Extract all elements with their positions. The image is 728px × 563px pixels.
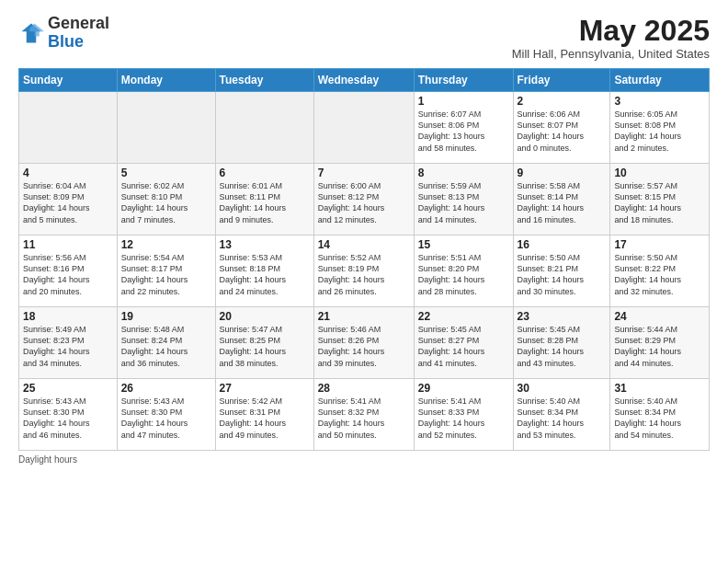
day-number: 18 bbox=[23, 310, 113, 323]
calendar-cell: 16Sunrise: 5:50 AM Sunset: 8:21 PM Dayli… bbox=[513, 236, 610, 307]
logo-icon bbox=[18, 20, 44, 46]
title-block: May 2025 Mill Hall, Pennsylvania, United… bbox=[512, 15, 710, 61]
day-info: Sunrise: 5:59 AM Sunset: 8:13 PM Dayligh… bbox=[418, 180, 509, 225]
day-info: Sunrise: 6:02 AM Sunset: 8:10 PM Dayligh… bbox=[121, 180, 211, 225]
day-info: Sunrise: 5:45 AM Sunset: 8:27 PM Dayligh… bbox=[418, 324, 509, 369]
calendar: SundayMondayTuesdayWednesdayThursdayFrid… bbox=[18, 68, 710, 451]
week-row-3: 18Sunrise: 5:49 AM Sunset: 8:23 PM Dayli… bbox=[19, 307, 710, 379]
calendar-cell: 15Sunrise: 5:51 AM Sunset: 8:20 PM Dayli… bbox=[414, 236, 513, 307]
calendar-cell: 29Sunrise: 5:41 AM Sunset: 8:33 PM Dayli… bbox=[414, 379, 513, 451]
day-info: Sunrise: 5:41 AM Sunset: 8:32 PM Dayligh… bbox=[318, 396, 410, 441]
day-number: 3 bbox=[614, 95, 705, 108]
weekday-header-row: SundayMondayTuesdayWednesdayThursdayFrid… bbox=[19, 69, 710, 92]
day-number: 29 bbox=[418, 382, 509, 395]
day-info: Sunrise: 6:05 AM Sunset: 8:08 PM Dayligh… bbox=[614, 109, 705, 154]
day-number: 21 bbox=[318, 310, 410, 323]
calendar-cell: 13Sunrise: 5:53 AM Sunset: 8:18 PM Dayli… bbox=[215, 236, 313, 307]
calendar-cell: 12Sunrise: 5:54 AM Sunset: 8:17 PM Dayli… bbox=[117, 236, 215, 307]
logo: General Blue bbox=[18, 15, 109, 52]
calendar-cell: 11Sunrise: 5:56 AM Sunset: 8:16 PM Dayli… bbox=[19, 236, 118, 307]
day-number: 30 bbox=[518, 382, 607, 395]
weekday-header-friday: Friday bbox=[513, 69, 610, 92]
header: General Blue May 2025 Mill Hall, Pennsyl… bbox=[18, 15, 710, 61]
day-number: 15 bbox=[418, 238, 509, 251]
day-number: 5 bbox=[121, 167, 211, 179]
day-info: Sunrise: 5:50 AM Sunset: 8:21 PM Dayligh… bbox=[518, 252, 607, 297]
day-number: 16 bbox=[518, 238, 607, 251]
calendar-cell: 1Sunrise: 6:07 AM Sunset: 8:06 PM Daylig… bbox=[414, 92, 513, 164]
month-title: May 2025 bbox=[512, 15, 710, 47]
day-number: 20 bbox=[220, 310, 310, 323]
calendar-cell bbox=[117, 92, 215, 164]
day-info: Sunrise: 5:50 AM Sunset: 8:22 PM Dayligh… bbox=[614, 252, 705, 297]
location: Mill Hall, Pennsylvania, United States bbox=[512, 47, 710, 61]
calendar-cell: 3Sunrise: 6:05 AM Sunset: 8:08 PM Daylig… bbox=[610, 92, 710, 164]
day-info: Sunrise: 6:00 AM Sunset: 8:12 PM Dayligh… bbox=[318, 180, 410, 225]
weekday-header-monday: Monday bbox=[117, 69, 215, 92]
day-number: 6 bbox=[220, 167, 310, 179]
day-info: Sunrise: 6:06 AM Sunset: 8:07 PM Dayligh… bbox=[518, 109, 607, 154]
day-info: Sunrise: 5:46 AM Sunset: 8:26 PM Dayligh… bbox=[318, 324, 410, 369]
day-info: Sunrise: 5:41 AM Sunset: 8:33 PM Dayligh… bbox=[418, 396, 509, 441]
day-info: Sunrise: 5:40 AM Sunset: 8:34 PM Dayligh… bbox=[614, 396, 705, 441]
day-info: Sunrise: 5:45 AM Sunset: 8:28 PM Dayligh… bbox=[518, 324, 607, 369]
day-info: Sunrise: 5:58 AM Sunset: 8:14 PM Dayligh… bbox=[518, 180, 607, 225]
day-number: 9 bbox=[518, 167, 607, 179]
calendar-cell: 14Sunrise: 5:52 AM Sunset: 8:19 PM Dayli… bbox=[313, 236, 414, 307]
logo-text: General Blue bbox=[48, 15, 109, 52]
day-number: 10 bbox=[614, 167, 705, 179]
day-number: 7 bbox=[318, 167, 410, 179]
weekday-header-tuesday: Tuesday bbox=[215, 69, 313, 92]
day-number: 17 bbox=[614, 238, 705, 251]
calendar-cell: 7Sunrise: 6:00 AM Sunset: 8:12 PM Daylig… bbox=[313, 164, 414, 236]
day-number: 31 bbox=[614, 382, 705, 395]
day-info: Sunrise: 6:04 AM Sunset: 8:09 PM Dayligh… bbox=[23, 180, 113, 225]
day-info: Sunrise: 5:48 AM Sunset: 8:24 PM Dayligh… bbox=[121, 324, 211, 369]
calendar-cell: 19Sunrise: 5:48 AM Sunset: 8:24 PM Dayli… bbox=[117, 307, 215, 379]
calendar-cell: 18Sunrise: 5:49 AM Sunset: 8:23 PM Dayli… bbox=[19, 307, 118, 379]
calendar-cell: 23Sunrise: 5:45 AM Sunset: 8:28 PM Dayli… bbox=[513, 307, 610, 379]
week-row-2: 11Sunrise: 5:56 AM Sunset: 8:16 PM Dayli… bbox=[19, 236, 710, 307]
day-info: Sunrise: 5:43 AM Sunset: 8:30 PM Dayligh… bbox=[23, 396, 113, 441]
calendar-cell: 8Sunrise: 5:59 AM Sunset: 8:13 PM Daylig… bbox=[414, 164, 513, 236]
logo-blue-text: Blue bbox=[48, 32, 84, 51]
calendar-cell: 20Sunrise: 5:47 AM Sunset: 8:25 PM Dayli… bbox=[215, 307, 313, 379]
day-info: Sunrise: 5:52 AM Sunset: 8:19 PM Dayligh… bbox=[318, 252, 410, 297]
calendar-cell: 31Sunrise: 5:40 AM Sunset: 8:34 PM Dayli… bbox=[610, 379, 710, 451]
calendar-cell: 28Sunrise: 5:41 AM Sunset: 8:32 PM Dayli… bbox=[313, 379, 414, 451]
weekday-header-thursday: Thursday bbox=[414, 69, 513, 92]
logo-general-text: General bbox=[48, 14, 109, 32]
week-row-1: 4Sunrise: 6:04 AM Sunset: 8:09 PM Daylig… bbox=[19, 164, 710, 236]
day-number: 23 bbox=[518, 310, 607, 323]
day-info: Sunrise: 5:57 AM Sunset: 8:15 PM Dayligh… bbox=[614, 180, 705, 225]
day-info: Sunrise: 5:53 AM Sunset: 8:18 PM Dayligh… bbox=[220, 252, 310, 297]
week-row-4: 25Sunrise: 5:43 AM Sunset: 8:30 PM Dayli… bbox=[19, 379, 710, 451]
calendar-cell: 26Sunrise: 5:43 AM Sunset: 8:30 PM Dayli… bbox=[117, 379, 215, 451]
day-number: 11 bbox=[23, 238, 113, 251]
day-number: 24 bbox=[614, 310, 705, 323]
day-number: 14 bbox=[318, 238, 410, 251]
day-number: 1 bbox=[418, 95, 509, 108]
week-row-0: 1Sunrise: 6:07 AM Sunset: 8:06 PM Daylig… bbox=[19, 92, 710, 164]
calendar-cell: 2Sunrise: 6:06 AM Sunset: 8:07 PM Daylig… bbox=[513, 92, 610, 164]
calendar-cell: 30Sunrise: 5:40 AM Sunset: 8:34 PM Dayli… bbox=[513, 379, 610, 451]
calendar-cell: 21Sunrise: 5:46 AM Sunset: 8:26 PM Dayli… bbox=[313, 307, 414, 379]
day-number: 12 bbox=[121, 238, 211, 251]
footer-note: Daylight hours bbox=[18, 454, 710, 465]
day-number: 27 bbox=[220, 382, 310, 395]
day-number: 2 bbox=[518, 95, 607, 108]
calendar-cell bbox=[313, 92, 414, 164]
calendar-cell: 6Sunrise: 6:01 AM Sunset: 8:11 PM Daylig… bbox=[215, 164, 313, 236]
day-number: 8 bbox=[418, 167, 509, 179]
day-info: Sunrise: 5:54 AM Sunset: 8:17 PM Dayligh… bbox=[121, 252, 211, 297]
day-info: Sunrise: 5:44 AM Sunset: 8:29 PM Dayligh… bbox=[614, 324, 705, 369]
calendar-cell: 25Sunrise: 5:43 AM Sunset: 8:30 PM Dayli… bbox=[19, 379, 118, 451]
day-info: Sunrise: 6:01 AM Sunset: 8:11 PM Dayligh… bbox=[220, 180, 310, 225]
day-number: 13 bbox=[220, 238, 310, 251]
calendar-cell: 22Sunrise: 5:45 AM Sunset: 8:27 PM Dayli… bbox=[414, 307, 513, 379]
day-number: 28 bbox=[318, 382, 410, 395]
day-info: Sunrise: 5:51 AM Sunset: 8:20 PM Dayligh… bbox=[418, 252, 509, 297]
calendar-cell: 5Sunrise: 6:02 AM Sunset: 8:10 PM Daylig… bbox=[117, 164, 215, 236]
day-info: Sunrise: 5:49 AM Sunset: 8:23 PM Dayligh… bbox=[23, 324, 113, 369]
day-number: 26 bbox=[121, 382, 211, 395]
